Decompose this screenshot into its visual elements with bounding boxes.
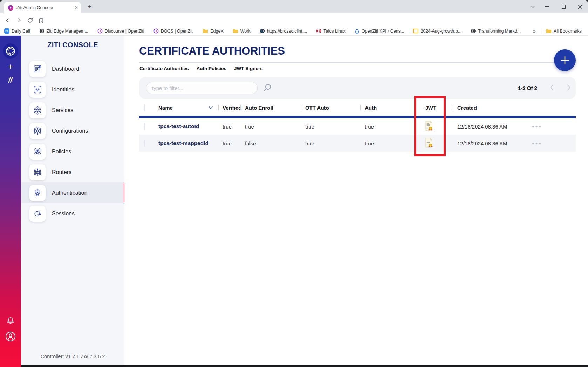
openziti-favicon-icon [8,5,14,11]
sidebar-item-dashboard[interactable]: Dashboard [21,58,124,79]
auto-enroll-value: true [240,124,301,130]
col-ott-auto[interactable]: OTT Auto [301,105,360,111]
col-verified[interactable]: Verified [218,105,240,111]
sidebar-item-identities[interactable]: Identities [21,79,124,100]
ziti-logo-icon[interactable] [3,43,18,59]
talos-icon [316,28,321,34]
ott-auto-value: true [301,124,360,130]
col-jwt[interactable]: JWT [422,105,436,111]
add-button[interactable] [554,49,576,71]
sidebar-item-sessions[interactable]: Sessions [21,203,124,224]
fingerprint-icon [29,82,46,98]
search-icon[interactable] [262,83,272,94]
folder-icon [233,29,238,33]
bookmarks-overflow-chevron[interactable]: » [533,28,536,34]
folder-icon [546,29,552,33]
col-auto-enroll[interactable]: Auto Enroll [240,105,301,111]
sort-chevron-icon[interactable] [208,106,213,109]
pagination: 1-2 Of 2 [518,77,571,99]
chevron-left-icon[interactable] [550,84,554,92]
new-tab-button[interactable]: + [87,4,93,10]
plus-icon[interactable]: + [8,62,13,72]
user-icon[interactable] [5,331,16,342]
sidebar-nav: Dashboard Identities Services [21,58,124,224]
bookmark-discourse-openziti[interactable]: Discourse | OpenZiti [97,28,144,34]
folder-icon [203,29,208,33]
ca-name[interactable]: tpca-test-mappedId [158,140,218,146]
bookmark-growth-doc[interactable]: 2024-Aug-growth.p... [413,29,461,34]
table-row[interactable]: tpca-test-mappedId true false true true … [139,135,576,152]
row-actions-menu-icon[interactable]: ●●● [531,141,576,145]
sidebar-item-configurations[interactable]: Configurations [21,120,124,141]
filter-input[interactable] [152,85,252,91]
sidebar-item-label: Authentication [52,190,87,196]
row-actions-menu-icon[interactable]: ●●● [531,124,576,129]
openziti-ring-icon [153,28,159,34]
bookmark-transforming-markd[interactable]: Transforming Markd... [471,28,521,34]
left-rail: + # [0,36,21,367]
sidebar-item-services[interactable]: Services [21,100,124,120]
tab-close-icon[interactable]: × [75,5,78,11]
sidebar-item-routers[interactable]: Routers [21,162,124,182]
col-name[interactable]: Name [158,105,218,111]
sidebar-item-label: Identities [52,86,74,93]
verified-value: true [218,140,240,146]
browser-tab[interactable]: Ziti Admin Console × [4,2,81,13]
jwt-certificate-icon[interactable] [425,121,433,132]
openziti-ring-icon [97,28,103,34]
maximize-button[interactable] [558,3,569,10]
bookmark-folder-edgex[interactable]: EdgeX [203,29,224,34]
dark-site-icon [260,28,265,34]
jwt-certificate-icon[interactable] [425,138,433,149]
page-title: CERTIFICATE AUTHORITIES [139,45,285,57]
bookmark-docs-openziti[interactable]: DOCS | OpenZiti [153,28,194,34]
tab-jwt-signers[interactable]: JWT Signers [234,66,263,71]
tab-auth-policies[interactable]: Auth Policies [197,66,227,71]
bookmark-folder-work[interactable]: Work [233,29,251,34]
col-created[interactable]: Created [445,105,531,111]
reload-icon[interactable] [26,16,34,25]
title-divider [139,62,576,63]
network-icon [29,102,46,118]
sidebar-item-authentication[interactable]: Authentication [21,182,124,203]
sidebar-item-label: Sessions [52,210,75,217]
ca-name[interactable]: tpca-test-autoId [158,123,218,130]
all-bookmarks-button[interactable]: All Bookmarks [546,29,582,34]
sidebar-item-policies[interactable]: Policies [21,141,124,162]
browser-window: Ziti Admin Console × + [0,0,588,367]
pagination-range: 1-2 Of 2 [518,85,537,91]
bookmark-brozac[interactable]: https://brozac.clint.... [260,28,307,34]
filter-input-wrap[interactable] [146,82,258,94]
sidebar-item-label: Dashboard [52,66,79,72]
row-checkbox[interactable] [144,140,145,147]
blue-droplet-icon [355,28,360,34]
hash-icon[interactable]: # [7,75,14,85]
gears-star-icon [29,144,46,160]
created-value: 12/18/2024 08:36 AM [445,124,531,130]
minimize-button[interactable] [542,3,552,10]
router-icon [29,164,46,180]
molecule-icon [29,123,46,139]
brand-title: ZITI CONSOLE [21,41,124,49]
bookmark-daily-call[interactable]: zm Daily Call [4,28,30,34]
table-row[interactable]: tpca-test-autoId true true true true 12/… [139,118,576,135]
row-checkbox[interactable] [144,123,145,130]
back-icon[interactable] [4,16,12,25]
bookmark-ziti-edge[interactable]: Ziti Edge Managem... [39,28,88,34]
chevron-right-icon[interactable] [567,84,571,92]
main-content: CERTIFICATE AUTHORITIES Certificate Auth… [124,36,588,367]
tab-certificate-authorities[interactable]: Certificate Authorities [139,66,189,71]
auth-value: true [360,124,413,130]
bookmark-openziti-kpi[interactable]: OpenZiti KPI › Cens... [355,28,404,34]
zoom-icon: zm [4,28,9,34]
close-window-button[interactable] [575,3,585,10]
bookmark-flag-icon[interactable] [37,16,45,25]
forward-icon[interactable] [15,16,23,25]
bell-icon[interactable] [6,316,15,326]
select-all-checkbox[interactable] [144,104,145,111]
window-bottom-edge [21,365,588,367]
sidebar-item-label: Policies [52,148,71,155]
bookmark-talos-linux[interactable]: Talos Linux [316,28,346,34]
tab-search-chevron-icon[interactable] [528,3,538,10]
col-auth[interactable]: Auth [360,105,413,111]
